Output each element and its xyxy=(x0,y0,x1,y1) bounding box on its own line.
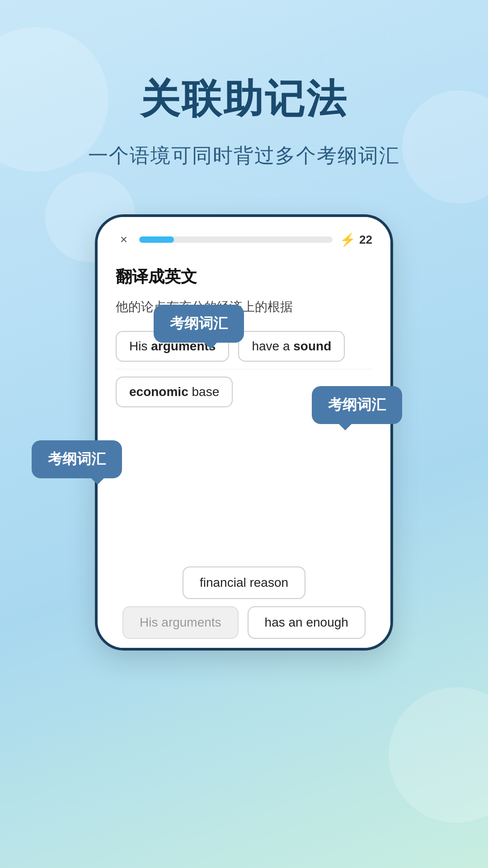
bottom-row-2: His arguments has an enough xyxy=(116,606,372,639)
bottom-row-1: financial reason xyxy=(116,566,372,599)
bottom-chip-arguments-gray[interactable]: His arguments xyxy=(122,606,239,639)
answer-chip-economic[interactable]: economic base xyxy=(116,377,233,407)
close-icon[interactable]: × xyxy=(116,231,132,248)
progress-bar xyxy=(139,236,333,243)
bold-economic: economic xyxy=(129,385,188,399)
bottom-chip-financial[interactable]: financial reason xyxy=(183,566,305,599)
page-title: 关联助记法 xyxy=(140,72,348,126)
bottom-chip-enough[interactable]: has an enough xyxy=(248,606,366,639)
bold-sound: sound xyxy=(293,339,331,353)
bg-decoration-4 xyxy=(389,687,488,823)
progress-bar-fill xyxy=(139,236,174,243)
page-content: 关联助记法 一个语境可同时背过多个考纲词汇 考纲词汇 考纲词汇 考纲词汇 × ⚡… xyxy=(0,0,488,651)
phone-spacer xyxy=(98,431,390,557)
phone-wrapper: 考纲词汇 考纲词汇 考纲词汇 × ⚡ 22 翻译成英文 他的论点有充分的经济上的… xyxy=(95,214,393,651)
question-title: 翻译成英文 xyxy=(116,266,372,288)
answer-chip-sound[interactable]: have a sound xyxy=(238,331,345,362)
bottom-options: financial reason His arguments has an en… xyxy=(98,557,390,648)
tooltip-3: 考纲词汇 xyxy=(32,440,122,478)
tooltip-2: 考纲词汇 xyxy=(312,386,402,424)
score-area: ⚡ 22 xyxy=(340,232,372,247)
page-subtitle: 一个语境可同时背过多个考纲词汇 xyxy=(88,142,400,169)
score-value: 22 xyxy=(359,233,372,247)
lightning-icon: ⚡ xyxy=(340,232,356,247)
phone-top-bar: × ⚡ 22 xyxy=(98,217,390,257)
tooltip-1: 考纲词汇 xyxy=(154,305,244,343)
